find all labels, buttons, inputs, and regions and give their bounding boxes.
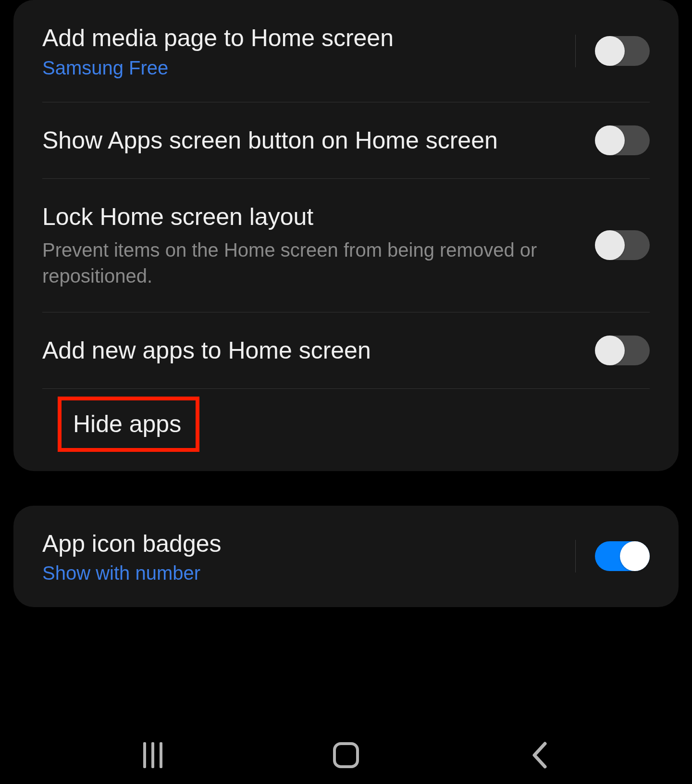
setting-hide-apps[interactable]: Hide apps bbox=[13, 389, 679, 452]
toggle-show-apps-button[interactable] bbox=[595, 125, 650, 155]
setting-title: Show Apps screen button on Home screen bbox=[42, 125, 576, 156]
settings-card-2: App icon badges Show with number bbox=[13, 506, 679, 608]
setting-add-media-page[interactable]: Add media page to Home screen Samsung Fr… bbox=[13, 0, 679, 102]
toggle-wrap bbox=[595, 125, 650, 155]
toggle-knob bbox=[595, 125, 625, 155]
setting-show-apps-button[interactable]: Show Apps screen button on Home screen bbox=[13, 102, 679, 179]
setting-add-new-apps[interactable]: Add new apps to Home screen bbox=[13, 312, 679, 389]
toggle-lock-layout[interactable] bbox=[595, 230, 650, 260]
setting-app-icon-badges[interactable]: App icon badges Show with number bbox=[13, 506, 679, 608]
toggle-wrap bbox=[595, 336, 650, 365]
vertical-divider bbox=[575, 540, 576, 572]
vertical-divider bbox=[575, 35, 576, 67]
setting-title: Lock Home screen layout bbox=[42, 202, 576, 232]
toggle-knob bbox=[595, 36, 625, 66]
setting-title: Add media page to Home screen bbox=[42, 23, 556, 53]
toggle-app-icon-badges[interactable] bbox=[595, 541, 650, 571]
recents-icon bbox=[143, 742, 162, 768]
toggle-add-media-page[interactable] bbox=[595, 36, 650, 66]
highlight-annotation: Hide apps bbox=[58, 397, 199, 452]
back-icon bbox=[530, 741, 549, 770]
row-content: App icon badges Show with number bbox=[42, 529, 575, 585]
setting-title: Add new apps to Home screen bbox=[42, 336, 576, 366]
row-content: Add media page to Home screen Samsung Fr… bbox=[42, 23, 575, 79]
home-icon bbox=[333, 742, 359, 768]
setting-subtitle-link: Show with number bbox=[42, 562, 556, 584]
nav-recents-button[interactable] bbox=[143, 742, 162, 768]
row-content: Lock Home screen layout Prevent items on… bbox=[42, 202, 595, 289]
toggle-wrap bbox=[575, 540, 650, 572]
toggle-wrap bbox=[575, 35, 650, 67]
setting-title: Hide apps bbox=[73, 409, 181, 439]
toggle-add-new-apps[interactable] bbox=[595, 336, 650, 365]
nav-home-button[interactable] bbox=[333, 742, 359, 768]
toggle-knob bbox=[620, 541, 650, 571]
row-content: Add new apps to Home screen bbox=[42, 336, 595, 366]
toggle-knob bbox=[595, 336, 625, 365]
settings-card-1: Add media page to Home screen Samsung Fr… bbox=[13, 0, 679, 471]
toggle-knob bbox=[595, 230, 625, 260]
setting-subtitle-link[interactable]: Samsung Free bbox=[42, 57, 556, 79]
setting-title: App icon badges bbox=[42, 529, 556, 559]
row-content: Show Apps screen button on Home screen bbox=[42, 125, 595, 156]
toggle-wrap bbox=[595, 230, 650, 260]
setting-description: Prevent items on the Home screen from be… bbox=[42, 237, 576, 289]
navigation-bar bbox=[0, 726, 692, 784]
nav-back-button[interactable] bbox=[530, 741, 549, 770]
setting-lock-layout[interactable]: Lock Home screen layout Prevent items on… bbox=[13, 179, 679, 312]
